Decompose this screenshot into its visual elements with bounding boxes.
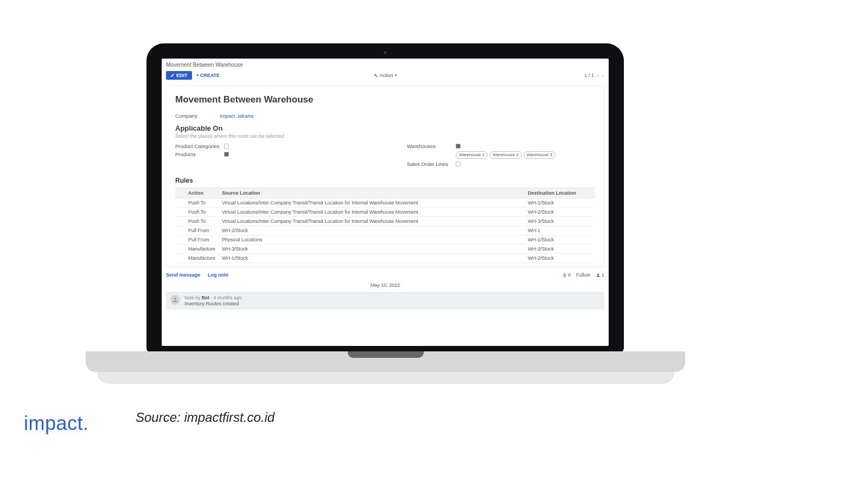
cell-dest: WH-1 <box>525 226 595 235</box>
paperclip-icon <box>562 273 567 278</box>
cell-source: WH-2/Stock <box>219 226 525 235</box>
cell-source: Virtual Locations/Inter Company Transit/… <box>219 198 525 208</box>
edit-button[interactable]: EDIT <box>166 71 192 80</box>
option-row: Sales Order Lines <box>407 161 595 167</box>
checkbox[interactable] <box>456 162 461 166</box>
checkbox[interactable] <box>224 144 229 149</box>
note-message: Inventory Routes created <box>184 301 241 306</box>
cell-action: Manufacture <box>175 254 219 263</box>
pager-next[interactable]: › <box>602 73 604 79</box>
pager-prev[interactable]: ‹ <box>597 73 599 79</box>
applicable-on-heading: Applicable On <box>175 124 595 132</box>
chatter: Send message Log note 0 Follow 1 May 10,… <box>166 271 604 310</box>
form-sheet: Movement Between Warehouse Company Impac… <box>166 85 604 267</box>
laptop-frame: Movement Between Warehouse EDIT + CREATE… <box>146 43 624 352</box>
cell-action: Push To <box>175 208 219 217</box>
app-screen: Movement Between Warehouse EDIT + CREATE… <box>162 59 609 346</box>
rules-heading: Rules <box>175 177 595 184</box>
user-icon <box>596 273 601 278</box>
cell-dest: WH-3/Stock <box>525 217 595 226</box>
table-row[interactable]: Manufacture WH-1/Stock WH-2/Stock <box>175 254 595 263</box>
log-note-link[interactable]: Log note <box>208 272 228 278</box>
note-author-line: Note by Bot - 4 months ago <box>184 295 241 300</box>
cell-dest: WH-1/Stock <box>525 198 595 208</box>
applicable-columns: Product Categories Products Warehouses W… <box>175 143 595 169</box>
breadcrumb[interactable]: Movement Between Warehouse <box>166 62 604 68</box>
topbar: Movement Between Warehouse <box>162 59 609 70</box>
checkbox[interactable] <box>224 152 229 157</box>
tag[interactable]: Warehouse 2 <box>489 151 521 159</box>
action-dropdown[interactable]: Action ▾ <box>373 73 397 78</box>
option-label: Product Categories <box>175 143 224 149</box>
cell-source: WH-1/Stock <box>219 254 525 263</box>
follow-button[interactable]: Follow <box>576 272 590 278</box>
tags-row: Warehouse 1Warehouse 2Warehouse 3 <box>407 151 595 159</box>
cell-source: WH-3/Stock <box>219 245 525 254</box>
table-row[interactable]: Push To Virtual Locations/Inter Company … <box>175 208 595 217</box>
table-row[interactable]: Manufacture WH-3/Stock WH-2/Stock <box>175 245 595 254</box>
form-title: Movement Between Warehouse <box>175 94 595 105</box>
cell-action: Push To <box>175 217 219 226</box>
laptop-base <box>86 351 685 372</box>
toolbar: EDIT + CREATE Action ▾ 1 / 1 ‹ › <box>162 70 609 83</box>
cell-action: Manufacture <box>175 245 219 254</box>
table-row[interactable]: Pull From Physical Locations WH-1/Stock <box>175 235 595 245</box>
chatter-note: Note by Bot - 4 months ago Inventory Rou… <box>166 292 604 310</box>
cell-action: Pull From <box>175 235 219 245</box>
col-action[interactable]: Action <box>175 188 219 198</box>
source-caption: Source: impactfirst.co.id <box>136 410 275 425</box>
cell-action: Pull From <box>175 226 219 235</box>
edit-label: EDIT <box>176 73 188 78</box>
create-button[interactable]: + CREATE <box>196 73 220 78</box>
checkbox[interactable] <box>456 144 461 149</box>
option-label: Sales Order Lines <box>407 161 456 167</box>
cell-action: Push To <box>175 198 219 208</box>
col-source[interactable]: Source Location <box>219 188 525 198</box>
action-label: Action <box>379 73 393 78</box>
applicable-on-sub: Select the places where this route can b… <box>175 133 595 139</box>
company-link[interactable]: Impact Jakarta <box>220 113 253 119</box>
tag[interactable]: Warehouse 1 <box>456 151 488 159</box>
plus-icon: + <box>196 73 199 78</box>
send-message-link[interactable]: Send message <box>166 272 200 278</box>
attach-count: 0 <box>568 272 571 278</box>
brand-logo: impact. <box>24 412 89 435</box>
warehouse-tags: Warehouse 1Warehouse 2Warehouse 3 <box>456 151 556 159</box>
option-row: Warehouses <box>407 143 595 149</box>
avatar-icon <box>172 297 178 303</box>
followers-button[interactable]: 1 <box>596 272 604 278</box>
table-row[interactable]: Push To Virtual Locations/Inter Company … <box>175 198 595 208</box>
col-dest[interactable]: Destination Location <box>525 188 595 198</box>
tag[interactable]: Warehouse 3 <box>524 151 556 159</box>
cell-source: Virtual Locations/Inter Company Transit/… <box>219 217 525 226</box>
follower-count: 1 <box>602 272 604 278</box>
cell-source: Virtual Locations/Inter Company Transit/… <box>219 208 525 217</box>
caret-down-icon: ▾ <box>395 73 397 78</box>
option-label: Products <box>175 151 224 157</box>
table-row[interactable]: Pull From WH-2/Stock WH-1 <box>175 226 595 235</box>
cell-dest: WH-2/Stock <box>525 254 595 263</box>
pager-text: 1 / 1 <box>584 73 594 78</box>
table-row[interactable]: Push To Virtual Locations/Inter Company … <box>175 217 595 226</box>
cell-dest: WH-2/Stock <box>525 245 595 254</box>
option-row: Product Categories <box>175 143 363 149</box>
create-label: CREATE <box>200 73 220 78</box>
applicable-right: Warehouses Warehouse 1Warehouse 2Warehou… <box>407 143 595 169</box>
company-field: Company Impact Jakarta <box>175 113 595 119</box>
pager: 1 / 1 ‹ › <box>584 73 604 79</box>
avatar <box>170 295 180 305</box>
cell-dest: WH-1/Stock <box>525 235 595 245</box>
cell-dest: WH-2/Stock <box>525 208 595 217</box>
chatter-date: May 10, 2022 <box>166 281 604 290</box>
option-row: Products <box>175 151 363 157</box>
pencil-icon <box>170 73 175 78</box>
rules-table: Action Source Location Destination Locat… <box>175 188 595 263</box>
chatter-top: Send message Log note 0 Follow 1 <box>166 271 604 281</box>
option-label: Warehouses <box>407 143 456 149</box>
applicable-left: Product Categories Products <box>175 143 363 169</box>
attachments-button[interactable]: 0 <box>562 272 571 278</box>
cell-source: Physical Locations <box>219 235 525 245</box>
wrench-icon <box>373 73 378 78</box>
company-label: Company <box>175 113 220 119</box>
